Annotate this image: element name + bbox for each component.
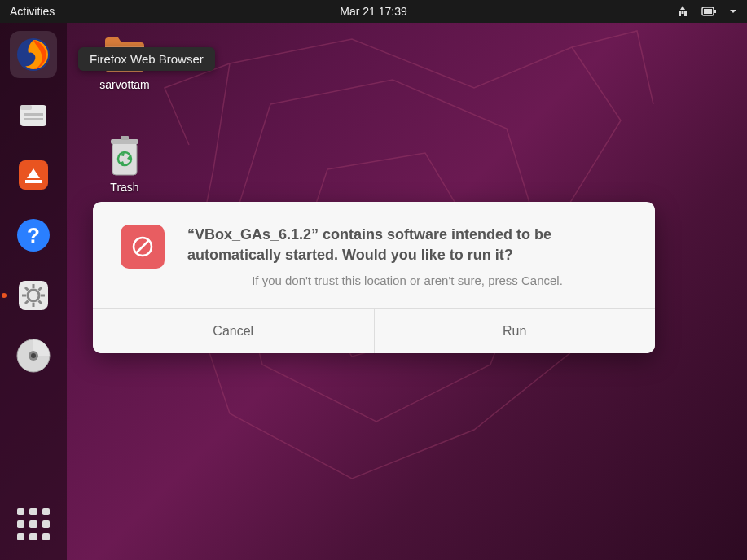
settings-icon [15, 278, 51, 313]
svg-rect-8 [24, 113, 43, 116]
desktop-icon-label: sarvottam [88, 78, 161, 91]
network-icon[interactable] [675, 4, 690, 19]
warning-icon [121, 225, 165, 269]
dock-disc[interactable] [10, 332, 57, 379]
files-icon [15, 97, 51, 133]
svg-rect-9 [24, 118, 43, 120]
software-icon [15, 157, 51, 193]
cancel-button[interactable]: Cancel [93, 309, 375, 353]
firefox-icon [15, 37, 51, 72]
run-button[interactable]: Run [375, 309, 656, 353]
desktop-trash[interactable]: Trash [88, 135, 161, 194]
dock-settings[interactable] [10, 272, 57, 319]
clock[interactable]: Mar 21 17:39 [340, 5, 407, 18]
svg-rect-27 [112, 142, 137, 175]
svg-rect-7 [20, 105, 32, 110]
dock: ? [0, 23, 67, 560]
dialog-title: “VBox_GAs_6.1.2” contains software inten… [187, 225, 627, 265]
disc-icon [15, 338, 51, 374]
running-indicator [2, 293, 7, 298]
tooltip: Firefox Web Browser [78, 47, 215, 71]
desktop-icon-label: Trash [88, 181, 161, 194]
dialog-subtitle: If you don't trust this location or aren… [187, 273, 627, 287]
dialog-button-row: Cancel Run [93, 308, 655, 353]
trash-icon [102, 135, 147, 176]
svg-text:?: ? [27, 223, 40, 247]
svg-rect-1 [704, 9, 712, 14]
show-applications-button[interactable] [17, 508, 50, 540]
autorun-dialog: “VBox_GAs_6.1.2” contains software inten… [93, 202, 655, 353]
system-tray[interactable] [675, 4, 737, 19]
svg-point-26 [31, 353, 36, 358]
chevron-down-icon[interactable] [729, 7, 737, 15]
svg-line-31 [136, 240, 149, 253]
top-bar: Activities Mar 21 17:39 [0, 0, 747, 23]
dock-software[interactable] [10, 151, 57, 199]
svg-rect-2 [714, 10, 716, 13]
dock-firefox[interactable] [10, 31, 57, 78]
activities-button[interactable]: Activities [10, 5, 55, 18]
battery-icon[interactable] [701, 6, 718, 17]
svg-rect-29 [121, 136, 129, 140]
dock-files[interactable] [10, 91, 57, 138]
dock-help[interactable]: ? [10, 212, 57, 259]
help-icon: ? [15, 217, 51, 253]
